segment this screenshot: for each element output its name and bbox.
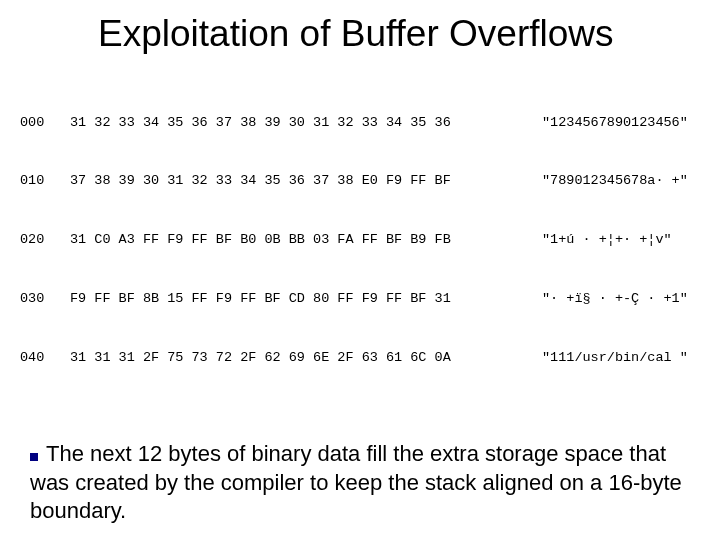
body-paragraph: The next 12 bytes of binary data fill th…: [30, 440, 690, 526]
hex-row: 04031 31 31 2F 75 73 72 2F 62 69 6E 2F 6…: [20, 348, 700, 368]
hex-offset: 010: [20, 171, 70, 191]
hex-bytes: F9 FF BF 8B 15 FF F9 FF BF CD 80 FF F9 F…: [70, 289, 542, 309]
hex-ascii: "1234567890123456": [542, 113, 688, 133]
bullet-icon: [30, 453, 38, 461]
hex-row: 02031 C0 A3 FF F9 FF BF B0 0B BB 03 FA F…: [20, 230, 700, 250]
hex-row: 01037 38 39 30 31 32 33 34 35 36 37 38 E…: [20, 171, 700, 191]
hex-bytes: 37 38 39 30 31 32 33 34 35 36 37 38 E0 F…: [70, 171, 542, 191]
hex-offset: 000: [20, 113, 70, 133]
hex-offset: 020: [20, 230, 70, 250]
hex-ascii: "111/usr/bin/cal ": [542, 348, 688, 368]
hex-ascii: "1+ú · +¦+· +¦v": [542, 230, 672, 250]
hex-bytes: 31 C0 A3 FF F9 FF BF B0 0B BB 03 FA FF B…: [70, 230, 542, 250]
hex-ascii: "789012345678a· +": [542, 171, 688, 191]
slide: Exploitation of Buffer Overflows 00031 3…: [0, 0, 720, 540]
hex-offset: 030: [20, 289, 70, 309]
body-text: The next 12 bytes of binary data fill th…: [30, 441, 682, 523]
hex-ascii: "· +ï§ · +-Ç · +1": [542, 289, 688, 309]
hex-bytes: 31 32 33 34 35 36 37 38 39 30 31 32 33 3…: [70, 113, 542, 133]
slide-title: Exploitation of Buffer Overflows: [98, 12, 700, 56]
hex-bytes: 31 31 31 2F 75 73 72 2F 62 69 6E 2F 63 6…: [70, 348, 542, 368]
hex-offset: 040: [20, 348, 70, 368]
hex-row: 00031 32 33 34 35 36 37 38 39 30 31 32 3…: [20, 113, 700, 133]
hex-dump: 00031 32 33 34 35 36 37 38 39 30 31 32 3…: [20, 74, 700, 407]
hex-row: 030F9 FF BF 8B 15 FF F9 FF BF CD 80 FF F…: [20, 289, 700, 309]
